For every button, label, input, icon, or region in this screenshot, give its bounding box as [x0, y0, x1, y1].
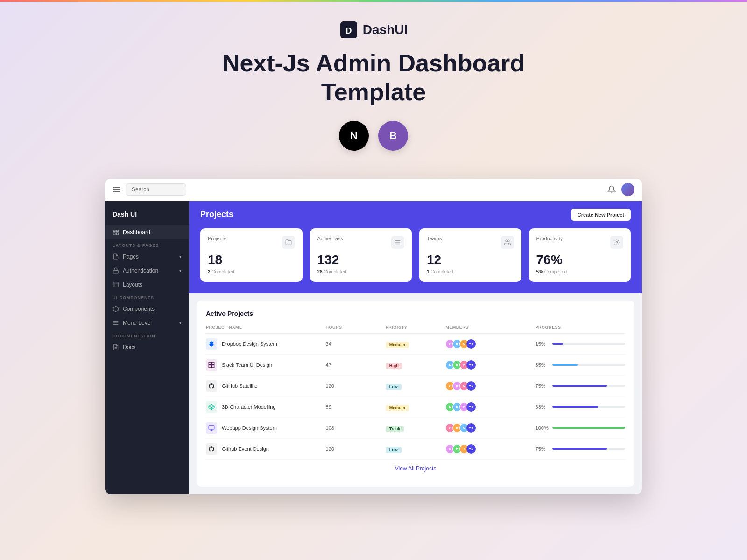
- productivity-stat-icon: [610, 236, 623, 249]
- priority-badge: Low: [386, 447, 402, 453]
- members-cell: D E F +5: [445, 402, 535, 412]
- dashboard-icon: [113, 229, 119, 236]
- svg-rect-20: [209, 362, 211, 364]
- hamburger-icon[interactable]: [113, 187, 120, 192]
- project-name-cell: Github Event Design: [206, 443, 326, 455]
- main-area: Dash UI Dashboard LAYOUTS & PAGES Pages …: [105, 201, 642, 494]
- sidebar: Dash UI Dashboard LAYOUTS & PAGES Pages …: [105, 201, 189, 494]
- layouts-label: Layouts: [123, 281, 142, 288]
- sidebar-item-pages[interactable]: Pages ▾: [105, 250, 189, 264]
- priority-badge: Medium: [386, 405, 409, 411]
- members-cell: D E F +5: [445, 360, 535, 370]
- svg-point-18: [505, 240, 507, 242]
- view-all-link[interactable]: View All Projects: [206, 460, 625, 477]
- priority-cell: Low: [386, 445, 445, 453]
- slack-logo: [206, 359, 217, 371]
- project-name-cell: Slack Team UI Design: [206, 359, 326, 371]
- hours-cell: 120: [326, 383, 386, 389]
- ui-components-label: UI COMPONENTS: [105, 292, 189, 302]
- authentication-label: Authentication: [123, 267, 158, 274]
- pages-chevron: ▾: [179, 254, 182, 259]
- productivity-stat-subtitle: 5% Completed: [536, 269, 624, 274]
- sidebar-item-dashboard[interactable]: Dashboard: [105, 225, 189, 239]
- stats-row: Projects 18 2 Completed Active Task: [189, 228, 642, 293]
- progress-bar-fill: [552, 364, 578, 366]
- hours-cell: 108: [326, 425, 386, 431]
- teams-stat-icon: [501, 236, 514, 249]
- progress-bar-bg: [552, 427, 625, 429]
- table-row: Webapp Design System 108 Track A B C +5 …: [206, 418, 625, 439]
- progress-pct: 75%: [536, 383, 549, 389]
- search-input[interactable]: [126, 183, 186, 196]
- progress-cell: 75%: [536, 383, 625, 389]
- table-row: Slack Team UI Design 47 High D E F +5 35…: [206, 355, 625, 376]
- bootstrap-badge: B: [378, 121, 408, 151]
- logo-area: D DashUI: [339, 21, 408, 39]
- progress-cell: 15%: [536, 341, 625, 347]
- sidebar-item-docs[interactable]: Docs: [105, 340, 189, 354]
- sidebar-item-components[interactable]: Components: [105, 302, 189, 316]
- productivity-stat-label: Productivity: [536, 236, 563, 241]
- progress-pct: 100%: [536, 425, 549, 431]
- content-header: Projects Create New Project: [189, 201, 642, 228]
- progress-bar-bg: [552, 364, 625, 366]
- svg-rect-23: [212, 365, 214, 367]
- progress-bar-bg: [552, 385, 625, 387]
- project-name: 3D Character Modelling: [222, 404, 276, 410]
- sidebar-item-menu-level[interactable]: Menu Level ▾: [105, 316, 189, 330]
- projects-stat-subtitle: 2 Completed: [208, 269, 295, 274]
- sidebar-item-authentication[interactable]: Authentication ▾: [105, 264, 189, 278]
- table-row: Dropbox Design System 34 Medium A B C +5…: [206, 334, 625, 355]
- priority-cell: Track: [386, 424, 445, 432]
- priority-badge: Track: [386, 426, 404, 432]
- progress-pct: 15%: [536, 341, 549, 347]
- svg-rect-26: [209, 426, 214, 429]
- pages-label: Pages: [123, 253, 139, 260]
- documentation-label: DOCUMENTATION: [105, 330, 189, 340]
- member-count: +1: [466, 444, 476, 454]
- th-priority: PRIORITY: [386, 325, 445, 329]
- priority-cell: High: [386, 361, 445, 369]
- project-name: Dropbox Design System: [222, 341, 277, 347]
- priority-badge: High: [386, 363, 402, 369]
- sidebar-item-layouts[interactable]: Layouts: [105, 278, 189, 292]
- content-area: Projects Create New Project Projects 18: [189, 201, 642, 494]
- members-cell: A B C +5: [445, 423, 535, 433]
- webapp-logo: [206, 422, 217, 434]
- th-progress: PROGRESS: [536, 325, 625, 329]
- th-hours: HOURS: [326, 325, 386, 329]
- th-members: MEMBERS: [445, 325, 535, 329]
- docs-icon: [113, 344, 119, 350]
- members-cell: A B C +1: [445, 381, 535, 391]
- progress-bar-fill: [552, 448, 607, 450]
- docs-label: Docs: [123, 344, 135, 350]
- github-logo: [206, 380, 217, 392]
- member-count: +5: [466, 360, 476, 370]
- progress-cell: 35%: [536, 362, 625, 368]
- dropbox-logo: [206, 338, 217, 350]
- priority-badge: Medium: [386, 342, 409, 348]
- progress-bar-fill: [552, 385, 607, 387]
- menu-level-icon: [113, 320, 119, 326]
- notification-icon[interactable]: [607, 185, 616, 194]
- members-cell: A B C +5: [445, 339, 535, 349]
- stat-card-teams: Teams 12 1 Completed: [419, 228, 521, 282]
- hero-title: Next-Js Admin Dashboard Template: [222, 49, 525, 107]
- projects-stat-value: 18: [208, 252, 295, 267]
- member-count: +5: [466, 423, 476, 433]
- user-avatar[interactable]: [621, 183, 634, 196]
- active-task-stat-icon: [391, 236, 404, 249]
- projects-stat-label: Projects: [208, 236, 226, 241]
- hours-cell: 89: [326, 404, 386, 410]
- table-row: Github Event Design 120 Low G H I +1 75%: [206, 439, 625, 460]
- menu-chevron: ▾: [179, 321, 182, 325]
- svg-rect-22: [209, 365, 211, 367]
- sidebar-brand: Dash UI: [105, 207, 189, 225]
- hours-cell: 120: [326, 446, 386, 452]
- create-project-button[interactable]: Create New Project: [571, 209, 631, 221]
- progress-cell: 63%: [536, 404, 625, 410]
- priority-badge: Low: [386, 384, 402, 390]
- dashui-logo-icon: D: [339, 21, 358, 39]
- stat-card-productivity: Productivity 76% 5% Completed: [529, 228, 631, 282]
- project-name: GitHub Satellite: [222, 383, 257, 389]
